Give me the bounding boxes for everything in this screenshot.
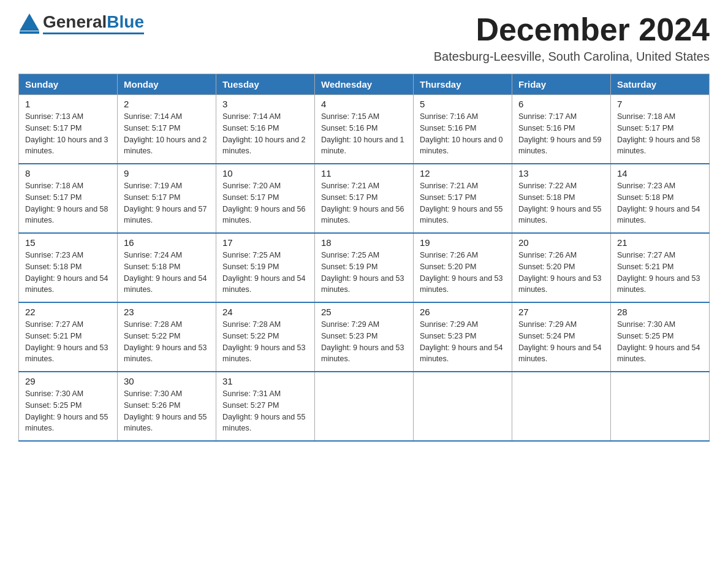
day-number: 8 <box>25 168 111 178</box>
header-thursday: Thursday <box>414 74 512 95</box>
day-number: 30 <box>124 376 210 386</box>
table-row: 11 Sunrise: 7:21 AMSunset: 5:17 PMDaylig… <box>315 164 414 233</box>
calendar-week-row: 22 Sunrise: 7:27 AMSunset: 5:21 PMDaylig… <box>19 302 710 372</box>
table-row: 1 Sunrise: 7:13 AMSunset: 5:17 PMDayligh… <box>19 95 118 164</box>
day-number: 16 <box>124 237 210 248</box>
day-number: 18 <box>321 237 407 248</box>
day-info: Sunrise: 7:20 AMSunset: 5:17 PMDaylight:… <box>222 180 308 226</box>
page-header: General Blue December 2024 Batesburg-Lee… <box>18 12 710 64</box>
day-number: 3 <box>222 99 308 109</box>
day-number: 10 <box>222 168 308 178</box>
day-info: Sunrise: 7:27 AMSunset: 5:21 PMDaylight:… <box>25 319 111 365</box>
day-number: 2 <box>124 99 210 109</box>
month-title: December 2024 <box>434 12 710 47</box>
day-number: 21 <box>617 237 703 248</box>
table-row: 12 Sunrise: 7:21 AMSunset: 5:17 PMDaylig… <box>414 164 512 233</box>
calendar-week-row: 15 Sunrise: 7:23 AMSunset: 5:18 PMDaylig… <box>19 233 710 302</box>
table-row: 31 Sunrise: 7:31 AMSunset: 5:27 PMDaylig… <box>216 372 315 441</box>
day-number: 6 <box>518 99 604 109</box>
day-number: 14 <box>617 168 703 178</box>
day-number: 29 <box>25 376 111 386</box>
header-sunday: Sunday <box>19 74 118 95</box>
day-number: 25 <box>321 307 407 317</box>
day-info: Sunrise: 7:24 AMSunset: 5:18 PMDaylight:… <box>124 250 210 296</box>
svg-rect-1 <box>20 31 39 34</box>
day-number: 13 <box>518 168 604 178</box>
day-info: Sunrise: 7:21 AMSunset: 5:17 PMDaylight:… <box>321 180 407 226</box>
calendar-week-row: 29 Sunrise: 7:30 AMSunset: 5:25 PMDaylig… <box>19 372 710 441</box>
header-saturday: Saturday <box>611 74 710 95</box>
table-row: 19 Sunrise: 7:26 AMSunset: 5:20 PMDaylig… <box>414 233 512 302</box>
table-row: 14 Sunrise: 7:23 AMSunset: 5:18 PMDaylig… <box>611 164 710 233</box>
header-friday: Friday <box>512 74 611 95</box>
day-number: 12 <box>420 168 506 178</box>
day-info: Sunrise: 7:16 AMSunset: 5:16 PMDaylight:… <box>420 111 506 157</box>
day-info: Sunrise: 7:30 AMSunset: 5:26 PMDaylight:… <box>124 388 210 434</box>
table-row: 9 Sunrise: 7:19 AMSunset: 5:17 PMDayligh… <box>118 164 216 233</box>
table-row: 7 Sunrise: 7:18 AMSunset: 5:17 PMDayligh… <box>611 95 710 164</box>
day-number: 19 <box>420 237 506 248</box>
day-info: Sunrise: 7:13 AMSunset: 5:17 PMDaylight:… <box>25 111 111 157</box>
day-info: Sunrise: 7:27 AMSunset: 5:21 PMDaylight:… <box>617 250 703 296</box>
table-row: 30 Sunrise: 7:30 AMSunset: 5:26 PMDaylig… <box>118 372 216 441</box>
day-info: Sunrise: 7:26 AMSunset: 5:20 PMDaylight:… <box>518 250 604 296</box>
day-info: Sunrise: 7:28 AMSunset: 5:22 PMDaylight:… <box>222 319 308 365</box>
logo-general-text: General <box>43 12 107 32</box>
table-row: 22 Sunrise: 7:27 AMSunset: 5:21 PMDaylig… <box>19 302 118 372</box>
table-row: 4 Sunrise: 7:15 AMSunset: 5:16 PMDayligh… <box>315 95 414 164</box>
table-row: 21 Sunrise: 7:27 AMSunset: 5:21 PMDaylig… <box>611 233 710 302</box>
day-info: Sunrise: 7:23 AMSunset: 5:18 PMDaylight:… <box>617 180 703 226</box>
day-number: 22 <box>25 307 111 317</box>
day-info: Sunrise: 7:29 AMSunset: 5:23 PMDaylight:… <box>420 319 506 365</box>
table-row: 17 Sunrise: 7:25 AMSunset: 5:19 PMDaylig… <box>216 233 315 302</box>
day-info: Sunrise: 7:28 AMSunset: 5:22 PMDaylight:… <box>124 319 210 365</box>
table-row: 10 Sunrise: 7:20 AMSunset: 5:17 PMDaylig… <box>216 164 315 233</box>
title-area: December 2024 Batesburg-Leesville, South… <box>434 12 710 64</box>
day-info: Sunrise: 7:25 AMSunset: 5:19 PMDaylight:… <box>321 250 407 296</box>
day-number: 26 <box>420 307 506 317</box>
day-number: 31 <box>222 376 308 386</box>
table-row: 6 Sunrise: 7:17 AMSunset: 5:16 PMDayligh… <box>512 95 611 164</box>
header-tuesday: Tuesday <box>216 74 315 95</box>
header-monday: Monday <box>118 74 216 95</box>
table-row: 25 Sunrise: 7:29 AMSunset: 5:23 PMDaylig… <box>315 302 414 372</box>
logo-icon <box>18 12 40 34</box>
day-info: Sunrise: 7:14 AMSunset: 5:17 PMDaylight:… <box>124 111 210 157</box>
table-row: 24 Sunrise: 7:28 AMSunset: 5:22 PMDaylig… <box>216 302 315 372</box>
table-row: 27 Sunrise: 7:29 AMSunset: 5:24 PMDaylig… <box>512 302 611 372</box>
table-row <box>611 372 710 441</box>
location-subtitle: Batesburg-Leesville, South Carolina, Uni… <box>434 50 710 64</box>
day-info: Sunrise: 7:15 AMSunset: 5:16 PMDaylight:… <box>321 111 407 157</box>
day-info: Sunrise: 7:23 AMSunset: 5:18 PMDaylight:… <box>25 250 111 296</box>
day-number: 1 <box>25 99 111 109</box>
calendar-week-row: 1 Sunrise: 7:13 AMSunset: 5:17 PMDayligh… <box>19 95 710 164</box>
day-info: Sunrise: 7:19 AMSunset: 5:17 PMDaylight:… <box>124 180 210 226</box>
day-info: Sunrise: 7:25 AMSunset: 5:19 PMDaylight:… <box>222 250 308 296</box>
day-info: Sunrise: 7:17 AMSunset: 5:16 PMDaylight:… <box>518 111 604 157</box>
logo: General Blue <box>18 12 144 34</box>
day-number: 5 <box>420 99 506 109</box>
table-row: 3 Sunrise: 7:14 AMSunset: 5:16 PMDayligh… <box>216 95 315 164</box>
day-number: 27 <box>518 307 604 317</box>
day-info: Sunrise: 7:31 AMSunset: 5:27 PMDaylight:… <box>222 388 308 434</box>
day-number: 15 <box>25 237 111 248</box>
day-info: Sunrise: 7:18 AMSunset: 5:17 PMDaylight:… <box>617 111 703 157</box>
day-info: Sunrise: 7:18 AMSunset: 5:17 PMDaylight:… <box>25 180 111 226</box>
table-row <box>414 372 512 441</box>
day-info: Sunrise: 7:29 AMSunset: 5:23 PMDaylight:… <box>321 319 407 365</box>
header-wednesday: Wednesday <box>315 74 414 95</box>
day-info: Sunrise: 7:21 AMSunset: 5:17 PMDaylight:… <box>420 180 506 226</box>
table-row: 15 Sunrise: 7:23 AMSunset: 5:18 PMDaylig… <box>19 233 118 302</box>
calendar-table: Sunday Monday Tuesday Wednesday Thursday… <box>18 74 710 442</box>
day-number: 23 <box>124 307 210 317</box>
day-info: Sunrise: 7:26 AMSunset: 5:20 PMDaylight:… <box>420 250 506 296</box>
table-row: 8 Sunrise: 7:18 AMSunset: 5:17 PMDayligh… <box>19 164 118 233</box>
day-number: 24 <box>222 307 308 317</box>
day-info: Sunrise: 7:30 AMSunset: 5:25 PMDaylight:… <box>25 388 111 434</box>
day-number: 11 <box>321 168 407 178</box>
table-row <box>315 372 414 441</box>
day-number: 17 <box>222 237 308 248</box>
table-row: 2 Sunrise: 7:14 AMSunset: 5:17 PMDayligh… <box>118 95 216 164</box>
day-number: 7 <box>617 99 703 109</box>
day-info: Sunrise: 7:22 AMSunset: 5:18 PMDaylight:… <box>518 180 604 226</box>
